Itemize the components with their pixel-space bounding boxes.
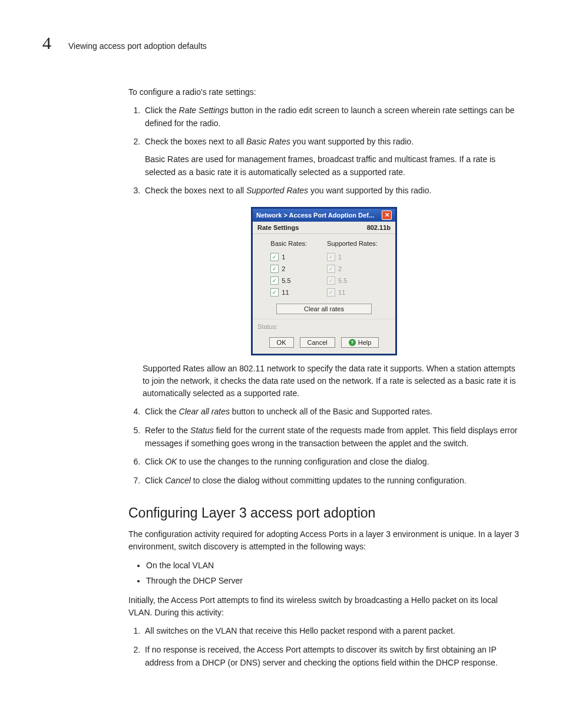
bullet-1: On the local VLAN: [146, 559, 520, 572]
basic-rate-11-checkbox[interactable]: [270, 288, 279, 297]
step-6: Click OK to use the changes to the runni…: [143, 456, 520, 469]
subheader-right: 802.11b: [367, 224, 391, 231]
discovery-step-2: If no response is received, the Access P…: [143, 644, 520, 669]
step-7: Click Cancel to close the dialog without…: [143, 475, 520, 487]
basic-rate-2-checkbox[interactable]: [270, 265, 279, 273]
dialog-subheader: Rate Settings 802.11b: [253, 222, 395, 234]
bullet-2: Through the DHCP Server: [146, 574, 520, 587]
intro-text: To configure a radio's rate settings:: [128, 86, 520, 98]
supported-rate-1-checkbox[interactable]: [327, 253, 335, 261]
ok-button[interactable]: OK: [269, 337, 294, 348]
help-button[interactable]: ?Help: [341, 337, 379, 348]
page-header: 4 Viewing access port adoption defaults: [42, 33, 520, 53]
step-4: Click the Clear all rates button to unch…: [143, 406, 520, 419]
clear-all-rates-button[interactable]: Clear all rates: [276, 304, 372, 314]
supported-rates-column: Supported Rates: 1 2 5.5 11: [327, 240, 378, 300]
discovery-step-1: All switches on the VLAN that receive th…: [143, 625, 520, 638]
section-p1: The configuration activity required for …: [128, 528, 520, 553]
discovery-steps: All switches on the VLAN that receive th…: [128, 625, 520, 669]
section-p2: Initially, the Access Port attempts to f…: [128, 594, 520, 619]
help-icon: ?: [349, 339, 356, 346]
step-5: Refer to the Status field for the curren…: [143, 424, 520, 450]
basic-rate-1-checkbox[interactable]: [270, 253, 279, 261]
subheader-left: Rate Settings: [257, 224, 299, 231]
steps-list-b: Click the Clear all rates button to unch…: [128, 406, 520, 487]
dialog-title-text: Network > Access Port Adoption Def...: [256, 212, 374, 219]
discovery-bullets: On the local VLAN Through the DHCP Serve…: [128, 559, 520, 588]
header-title: Viewing access port adoption defaults: [68, 41, 207, 51]
supported-rate-2-checkbox[interactable]: [327, 265, 335, 273]
chapter-number: 4: [42, 33, 54, 53]
step-3: Check the boxes next to all Supported Ra…: [143, 185, 520, 197]
cancel-button[interactable]: Cancel: [300, 337, 335, 348]
close-icon[interactable]: ✕: [382, 210, 392, 220]
steps-list-a: Click the Rate Settings button in the ra…: [128, 104, 520, 197]
section-heading: Configuring Layer 3 access port adoption: [128, 505, 520, 521]
after-dialog-text: Supported Rates allow an 802.11 network …: [143, 363, 520, 400]
step-2: Check the boxes next to all Basic Rates …: [143, 136, 520, 179]
status-label: Status:: [253, 319, 395, 334]
step-1: Click the Rate Settings button in the ra…: [143, 104, 520, 130]
rate-settings-dialog: Network > Access Port Adoption Def... ✕ …: [251, 207, 397, 355]
supported-rate-11-checkbox[interactable]: [327, 288, 335, 297]
basic-rate-5-5-checkbox[interactable]: [270, 276, 279, 285]
supported-rate-5-5-checkbox[interactable]: [327, 276, 335, 285]
dialog-titlebar: Network > Access Port Adoption Def... ✕: [253, 209, 395, 222]
basic-rates-column: Basic Rates: 1 2 5.5 11: [270, 240, 307, 300]
